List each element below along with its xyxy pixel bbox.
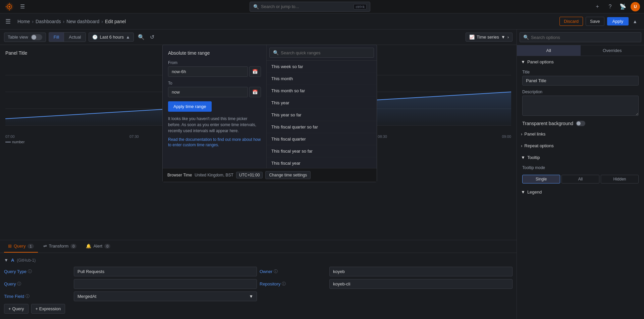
panel-options-section[interactable]: ▼ Panel options	[517, 56, 644, 68]
query-panel: ⊞ Query 1 ⇌ Transform 0 🔔 Alert 0 ▼	[0, 240, 517, 319]
apply-button[interactable]: Apply	[607, 17, 629, 25]
doc-link[interactable]: Read the documentation to find out more …	[168, 137, 261, 147]
quick-search-container[interactable]: 🔍	[269, 48, 374, 58]
transform-tab-badge: 0	[70, 244, 76, 249]
transparent-bg-toggle[interactable]	[576, 121, 585, 126]
info-icon: ⓘ	[25, 294, 30, 299]
tooltip-single-button[interactable]: Single	[522, 175, 560, 183]
title-option: Title	[517, 68, 644, 88]
alert-tab-badge: 0	[104, 244, 110, 249]
actual-button[interactable]: Actual	[64, 33, 86, 42]
x-axis-label: 07:30	[129, 135, 139, 139]
time-dropdown-body: Absolute time range From 📅 To 📅 Apply ti…	[163, 45, 377, 168]
quick-range-item[interactable]: This fiscal quarter	[267, 133, 377, 145]
description-textarea[interactable]	[522, 96, 639, 116]
repository-label: Repository ⓘ	[260, 279, 327, 289]
repeat-options-section[interactable]: › Repeat options	[517, 140, 644, 152]
from-input-group: From 📅	[168, 60, 261, 77]
to-input-group: To 📅	[168, 81, 261, 97]
panel-toolbar: Table view Fill Actual 🕐 Last 6 hours ▲ …	[0, 30, 517, 45]
tab-all[interactable]: All	[517, 45, 581, 56]
expand-icon: ▼	[501, 35, 505, 40]
sidebar-toggle-icon[interactable]: ☰	[5, 18, 11, 25]
hamburger-menu-icon[interactable]: ☰	[17, 2, 28, 12]
table-view-switch[interactable]	[31, 34, 42, 40]
from-input[interactable]	[168, 66, 248, 77]
tab-overrides[interactable]: Overrides	[581, 45, 644, 56]
legend-color	[5, 142, 11, 143]
query-body: ▼ A (GitHub-1) Query Type ⓘ Pull Request…	[0, 253, 517, 319]
breadcrumb-dashboards[interactable]: Dashboards	[36, 19, 61, 24]
to-row: 📅	[168, 87, 261, 97]
transparent-bg-option: Transparent background	[517, 119, 644, 128]
change-time-settings-button[interactable]: Change time settings	[265, 171, 311, 179]
title-input[interactable]	[522, 76, 639, 86]
panel-links-section[interactable]: › Panel links	[517, 128, 644, 140]
news-icon[interactable]: 📡	[618, 2, 628, 12]
quick-search-input[interactable]	[281, 50, 370, 55]
quick-range-item[interactable]: This month so far	[267, 85, 377, 97]
visualization-selector[interactable]: 📈 Time series ▼ ›	[466, 33, 513, 42]
zoom-out-icon[interactable]: 🔍	[137, 33, 146, 42]
save-button[interactable]: Save	[586, 17, 604, 26]
query-type-value[interactable]: Pull Requests	[74, 267, 257, 276]
quick-range-item[interactable]: This year	[267, 97, 377, 109]
search-input[interactable]	[261, 4, 352, 9]
search-icon: 🔍	[253, 4, 259, 9]
avatar[interactable]: U	[631, 2, 640, 11]
info-icon: ⓘ	[28, 269, 32, 274]
tooltip-mode-label: Tooltip mode	[522, 165, 639, 170]
help-icon[interactable]: ?	[605, 2, 615, 12]
x-axis-label: 07:00	[5, 135, 15, 139]
add-button[interactable]: ＋	[592, 2, 602, 12]
section-chevron-right-icon: ›	[521, 143, 522, 148]
quick-range-item[interactable]: This month	[267, 73, 377, 85]
right-panel: 🔍 All Overrides ▼ Panel options Title De…	[517, 30, 644, 319]
tab-alert[interactable]: 🔔 Alert 0	[82, 240, 114, 253]
table-view-toggle[interactable]: Table view	[4, 33, 46, 42]
time-range-button[interactable]: 🕐 Last 6 hours ▲	[89, 33, 133, 42]
quick-range-item[interactable]: This year so far	[267, 109, 377, 121]
section-chevron-down-icon: ▼	[521, 190, 525, 195]
query-value[interactable]	[74, 279, 257, 289]
legend-section[interactable]: ▼ Legend	[517, 186, 644, 198]
breadcrumb-new-dashboard[interactable]: New dashboard	[66, 19, 99, 24]
alert-tab-icon: 🔔	[86, 244, 91, 249]
quick-range-item[interactable]: This fiscal year so far	[267, 145, 377, 157]
from-row: 📅	[168, 66, 261, 77]
query-expand-icon[interactable]: ▼	[4, 258, 8, 263]
quick-range-item[interactable]: This fiscal year	[267, 157, 377, 168]
repository-value[interactable]: koyeb-cli	[329, 279, 513, 289]
query-bottom: + Query + Expression	[4, 301, 513, 316]
apply-time-range-button[interactable]: Apply time range	[168, 101, 212, 112]
absolute-time-range-panel: Absolute time range From 📅 To 📅 Apply ti…	[163, 45, 267, 168]
discard-button[interactable]: Discard	[559, 17, 583, 26]
to-calendar-icon[interactable]: 📅	[249, 87, 261, 97]
section-chevron-down-icon: ▼	[521, 59, 525, 64]
add-expression-button[interactable]: + Expression	[31, 304, 65, 314]
query-fields: Query Type ⓘ Pull Requests Owner ⓘ koyeb…	[4, 267, 513, 301]
to-input[interactable]	[168, 87, 248, 97]
search-options-container[interactable]: 🔍	[520, 32, 641, 42]
quick-range-item[interactable]: This fiscal quarter so far	[267, 121, 377, 133]
global-search-bar[interactable]: 🔍 ctrl+k	[250, 2, 370, 12]
fill-button[interactable]: Fill	[49, 33, 64, 42]
add-query-button[interactable]: + Query	[4, 304, 29, 314]
search-options-input[interactable]	[531, 35, 638, 40]
refresh-icon[interactable]: ↺	[149, 33, 156, 42]
quick-range-item[interactable]: This week so far	[267, 61, 377, 73]
tooltip-hidden-button[interactable]: Hidden	[601, 175, 639, 183]
tooltip-section[interactable]: ▼ Tooltip	[517, 152, 644, 163]
chevron-up-icon[interactable]: ▲	[631, 19, 639, 24]
alert-tab-label: Alert	[93, 244, 102, 249]
time-field-value[interactable]: MergedAt ▼	[74, 291, 257, 301]
tooltip-all-button[interactable]: All	[561, 175, 599, 183]
time-field-label: Time Field ⓘ	[4, 291, 71, 301]
time-footer: Browser Time United Kingdom, BST UTC+01:…	[163, 168, 377, 182]
from-calendar-icon[interactable]: 📅	[249, 66, 261, 77]
breadcrumb-home[interactable]: Home	[17, 19, 30, 24]
tooltip-mode-option: Tooltip mode	[517, 163, 644, 173]
tab-transform[interactable]: ⇌ Transform 0	[39, 240, 81, 253]
owner-value[interactable]: koyeb	[329, 267, 513, 276]
tab-query[interactable]: ⊞ Query 1	[4, 240, 38, 253]
